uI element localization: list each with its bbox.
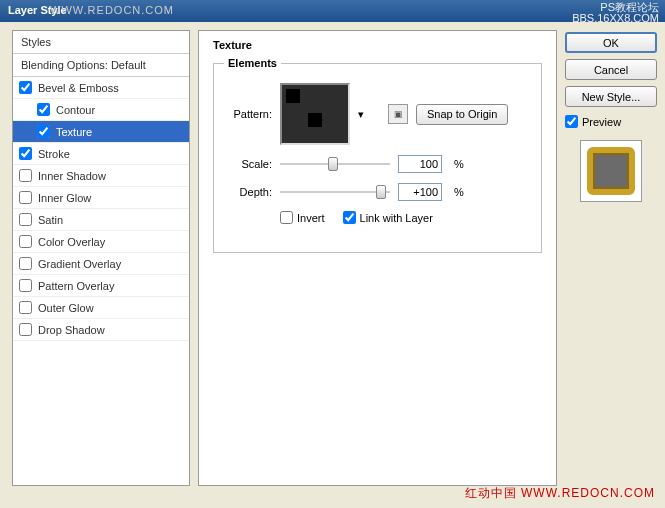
new-style-button[interactable]: New Style... — [565, 86, 657, 107]
style-checkbox[interactable] — [19, 301, 32, 314]
style-row-pattern-overlay[interactable]: Pattern Overlay — [13, 275, 189, 297]
style-row-outer-glow[interactable]: Outer Glow — [13, 297, 189, 319]
style-label: Stroke — [38, 148, 70, 160]
style-label: Color Overlay — [38, 236, 105, 248]
style-row-contour[interactable]: Contour — [13, 99, 189, 121]
style-label: Outer Glow — [38, 302, 94, 314]
style-checkbox[interactable] — [37, 103, 50, 116]
watermark-footer: 红动中国 WWW.REDOCN.COM — [465, 485, 655, 502]
depth-input[interactable] — [398, 183, 442, 201]
style-checkbox[interactable] — [19, 169, 32, 182]
scale-slider[interactable] — [280, 155, 390, 173]
styles-header[interactable]: Styles — [13, 31, 189, 54]
texture-panel: Texture Elements Pattern: ▾ ▣ Snap to Or… — [198, 30, 557, 486]
style-row-drop-shadow[interactable]: Drop Shadow — [13, 319, 189, 341]
create-new-preset-icon[interactable]: ▣ — [388, 104, 408, 124]
invert-checkbox[interactable] — [280, 211, 293, 224]
style-label: Pattern Overlay — [38, 280, 114, 292]
style-row-color-overlay[interactable]: Color Overlay — [13, 231, 189, 253]
pattern-dropdown-icon[interactable]: ▾ — [358, 108, 364, 121]
style-label: Texture — [56, 126, 92, 138]
pattern-label: Pattern: — [224, 108, 272, 120]
pattern-swatch[interactable] — [280, 83, 350, 145]
style-label: Gradient Overlay — [38, 258, 121, 270]
blending-options[interactable]: Blending Options: Default — [13, 54, 189, 77]
style-checkbox[interactable] — [19, 213, 32, 226]
depth-slider[interactable] — [280, 183, 390, 201]
style-checkbox[interactable] — [19, 81, 32, 94]
watermark-top: WWW.REDOCN.COM — [50, 4, 174, 16]
style-label: Contour — [56, 104, 95, 116]
link-with-layer-label: Link with Layer — [360, 212, 433, 224]
depth-unit: % — [454, 186, 464, 198]
snap-to-origin-button[interactable]: Snap to Origin — [416, 104, 508, 125]
style-row-texture[interactable]: Texture — [13, 121, 189, 143]
style-label: Satin — [38, 214, 63, 226]
style-checkbox[interactable] — [19, 323, 32, 336]
styles-panel: Styles Blending Options: Default Bevel &… — [12, 30, 190, 486]
style-checkbox[interactable] — [19, 279, 32, 292]
style-row-satin[interactable]: Satin — [13, 209, 189, 231]
style-checkbox[interactable] — [19, 235, 32, 248]
style-checkbox[interactable] — [19, 257, 32, 270]
scale-input[interactable] — [398, 155, 442, 173]
elements-legend: Elements — [224, 57, 281, 69]
link-with-layer-checkbox[interactable] — [343, 211, 356, 224]
style-row-bevel-emboss[interactable]: Bevel & Emboss — [13, 77, 189, 99]
style-label: Inner Glow — [38, 192, 91, 204]
style-row-stroke[interactable]: Stroke — [13, 143, 189, 165]
preview-checkbox[interactable] — [565, 115, 578, 128]
section-title: Texture — [213, 39, 542, 51]
link-with-layer-row[interactable]: Link with Layer — [343, 211, 433, 224]
style-checkbox[interactable] — [19, 147, 32, 160]
invert-checkbox-row[interactable]: Invert — [280, 211, 325, 224]
style-checkbox[interactable] — [37, 125, 50, 138]
style-label: Drop Shadow — [38, 324, 105, 336]
style-label: Bevel & Emboss — [38, 82, 119, 94]
style-row-gradient-overlay[interactable]: Gradient Overlay — [13, 253, 189, 275]
elements-fieldset: Elements Pattern: ▾ ▣ Snap to Origin Sca… — [213, 57, 542, 253]
style-checkbox[interactable] — [19, 191, 32, 204]
depth-label: Depth: — [224, 186, 272, 198]
scale-unit: % — [454, 158, 464, 170]
watermark-topright: PS教程论坛BBS.16XX8.COM — [572, 2, 659, 24]
preview-checkbox-row[interactable]: Preview — [565, 115, 657, 128]
style-preview-thumbnail — [580, 140, 642, 202]
cancel-button[interactable]: Cancel — [565, 59, 657, 80]
ok-button[interactable]: OK — [565, 32, 657, 53]
style-row-inner-glow[interactable]: Inner Glow — [13, 187, 189, 209]
style-row-inner-shadow[interactable]: Inner Shadow — [13, 165, 189, 187]
right-panel: OK Cancel New Style... Preview — [565, 30, 657, 486]
style-label: Inner Shadow — [38, 170, 106, 182]
scale-label: Scale: — [224, 158, 272, 170]
invert-label: Invert — [297, 212, 325, 224]
preview-label: Preview — [582, 116, 621, 128]
